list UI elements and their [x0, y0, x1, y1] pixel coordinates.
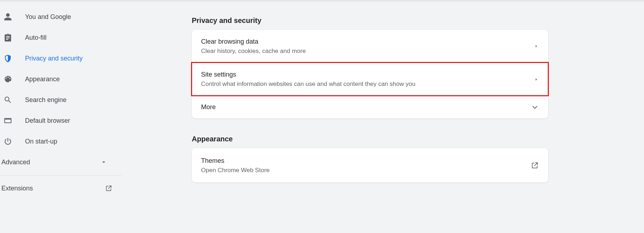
- browser-icon: [4, 116, 12, 125]
- row-subtitle: Control what information websites can us…: [201, 81, 415, 88]
- chevron-down-icon: [531, 103, 539, 111]
- row-texts: Site settings Control what information w…: [201, 71, 415, 88]
- row-title: Clear browsing data: [201, 38, 306, 45]
- row-title: Themes: [201, 157, 270, 165]
- palette-icon: [4, 75, 12, 83]
- sidebar-item-label: On start-up: [25, 138, 57, 145]
- sidebar-divider: [0, 175, 122, 176]
- row-themes[interactable]: Themes Open Chrome Web Store: [192, 148, 548, 183]
- sidebar-item-you-and-google[interactable]: You and Google: [0, 6, 122, 27]
- row-title: Site settings: [201, 71, 415, 78]
- sidebar-item-label: Default browser: [25, 117, 70, 125]
- sidebar-item-label: You and Google: [25, 13, 71, 21]
- sidebar-item-label: Privacy and security: [25, 55, 83, 62]
- power-icon: [4, 137, 12, 146]
- sidebar-item-label: Appearance: [25, 76, 60, 83]
- section-title-privacy: Privacy and security: [192, 16, 644, 25]
- advanced-label: Advanced: [1, 159, 30, 166]
- sidebar-item-autofill[interactable]: Auto-fill: [0, 27, 122, 48]
- open-external-icon: [105, 185, 112, 192]
- sidebar-item-appearance[interactable]: Appearance: [0, 69, 122, 89]
- sidebar-advanced-toggle[interactable]: Advanced: [0, 152, 122, 173]
- sidebar-item-label: Search engine: [25, 96, 67, 104]
- sidebar-item-privacy-security[interactable]: Privacy and security: [0, 48, 122, 69]
- settings-sidebar: You and Google Auto-fill Privacy and sec…: [0, 1, 122, 233]
- row-texts: Clear browsing data Clear history, cooki…: [201, 38, 306, 55]
- sidebar-item-on-startup[interactable]: On start-up: [0, 131, 122, 152]
- row-texts: Themes Open Chrome Web Store: [201, 157, 270, 174]
- open-external-icon: [531, 161, 539, 169]
- appearance-card: Themes Open Chrome Web Store: [192, 148, 548, 183]
- extensions-label: Extensions: [1, 185, 33, 192]
- row-texts: More: [201, 103, 216, 111]
- row-subtitle: Clear history, cookies, cache and more: [201, 48, 306, 55]
- clipboard-icon: [4, 33, 12, 42]
- row-subtitle: Open Chrome Web Store: [201, 167, 270, 174]
- person-icon: [4, 13, 12, 21]
- privacy-card: Clear browsing data Clear history, cooki…: [192, 30, 548, 118]
- sidebar-item-search-engine[interactable]: Search engine: [0, 89, 122, 110]
- caret-right-icon: [534, 77, 539, 82]
- section-gap: [192, 118, 644, 135]
- caret-right-icon: [534, 44, 539, 49]
- search-icon: [4, 96, 12, 104]
- row-title: More: [201, 103, 216, 111]
- chevron-down-icon: [100, 159, 107, 166]
- sidebar-item-label: Auto-fill: [25, 34, 47, 42]
- section-title-appearance: Appearance: [192, 135, 644, 143]
- row-clear-browsing-data[interactable]: Clear browsing data Clear history, cooki…: [192, 30, 548, 63]
- row-more[interactable]: More: [192, 96, 548, 118]
- row-site-settings[interactable]: Site settings Control what information w…: [192, 63, 548, 96]
- sidebar-item-default-browser[interactable]: Default browser: [0, 110, 122, 131]
- settings-main: Privacy and security Clear browsing data…: [122, 1, 644, 233]
- sidebar-item-extensions[interactable]: Extensions: [0, 178, 122, 199]
- shield-icon: [4, 54, 12, 63]
- settings-layout: You and Google Auto-fill Privacy and sec…: [0, 1, 644, 233]
